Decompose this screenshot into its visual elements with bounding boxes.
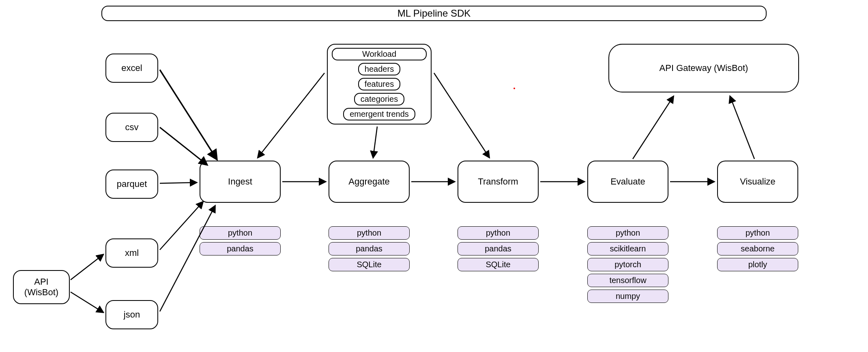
svg-line-6 [160,206,215,311]
title-bar: ML Pipeline SDK [101,6,767,21]
svg-line-2 [160,70,217,159]
svg-line-7 [258,73,324,157]
tech-transform-2: SQLite [458,258,539,271]
node-transform: Transform [458,161,539,203]
tech-visualize-2: plotly [717,258,798,271]
node-visualize: Visualize [717,161,798,203]
svg-line-15 [730,97,754,159]
tech-aggregate-1: pandas [329,242,410,255]
workload-title: Workload [332,48,427,60]
gateway-label: API Gateway (WisBot) [660,63,748,73]
svg-line-9 [434,73,489,157]
workload-item-features: features [358,78,400,90]
title-text: ML Pipeline SDK [397,8,471,19]
node-excel: excel [105,54,158,83]
api-source-label: API (WisBot) [24,277,58,298]
svg-line-0 [71,255,103,280]
node-xml: xml [105,238,158,268]
workload-item-emergent: emergent trends [343,108,415,120]
svg-line-3 [160,127,207,165]
parquet-label: parquet [117,179,147,189]
tech-aggregate-2: SQLite [329,258,410,271]
tech-evaluate-1: scikitlearn [587,242,668,255]
tech-visualize: python seaborne plotly [717,226,798,271]
tech-aggregate-0: python [329,226,410,240]
json-label: json [124,309,140,320]
visualize-label: Visualize [740,176,776,187]
workload-item-categories: categories [354,93,404,105]
node-json: json [105,300,158,329]
node-api-gateway: API Gateway (WisBot) [608,44,799,92]
tech-ingest-0: python [200,226,281,240]
tech-evaluate-0: python [587,226,668,240]
aggregate-label: Aggregate [348,176,390,187]
svg-line-5 [160,202,203,250]
tech-transform-1: pandas [458,242,539,255]
red-dot-artifact [513,88,515,89]
ingest-label: Ingest [228,176,252,187]
tech-ingest: python pandas [200,226,281,255]
node-csv: csv [105,113,158,142]
tech-ingest-1: pandas [200,242,281,255]
excel-label: excel [121,63,142,73]
svg-line-14 [633,97,673,159]
tech-evaluate-3: tensorflow [587,274,668,287]
svg-line-4 [160,182,196,183]
tech-aggregate: python pandas SQLite [329,226,410,271]
node-aggregate: Aggregate [329,161,410,203]
workload-item-headers: headers [358,63,400,75]
evaluate-label: Evaluate [610,176,645,187]
svg-line-8 [373,127,377,157]
tech-evaluate: python scikitlearn pytorch tensorflow nu… [587,226,668,303]
tech-visualize-0: python [717,226,798,240]
workload-box: Workload headers features categories eme… [327,44,432,124]
tech-transform-0: python [458,226,539,240]
tech-evaluate-4: numpy [587,290,668,303]
node-ingest: Ingest [200,161,281,203]
svg-line-1 [71,292,103,312]
diagram-canvas: ML Pipeline SDK API (WisBot) excel csv p… [0,0,868,352]
node-api-source: API (WisBot) [13,270,70,304]
tech-visualize-1: seaborne [717,242,798,255]
xml-label: xml [125,248,139,258]
node-evaluate: Evaluate [587,161,668,203]
transform-label: Transform [478,176,518,187]
csv-label: csv [125,122,139,133]
node-parquet: parquet [105,170,158,199]
tech-transform: python pandas SQLite [458,226,539,271]
tech-evaluate-2: pytorch [587,258,668,271]
